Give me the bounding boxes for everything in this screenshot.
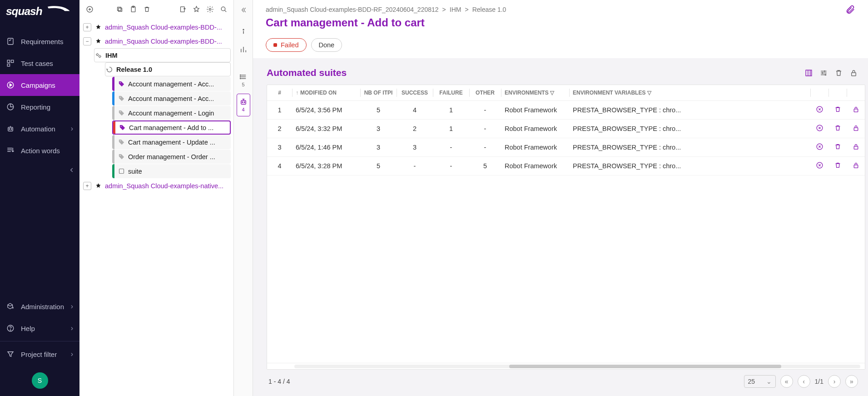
- col-other[interactable]: OTHER: [469, 85, 501, 101]
- grid-footer: 1 - 4 / 4 25 ⌄ « ‹ 1/1 › »: [267, 370, 868, 390]
- attachment-icon[interactable]: [845, 5, 855, 15]
- breadcrumb-part[interactable]: admin_Squash Cloud-examples-BDD-RF_20240…: [266, 6, 439, 13]
- tree-iteration-item[interactable]: Cart management - Add to ...: [112, 120, 231, 135]
- tree-iteration-item[interactable]: Account management - Acc...: [112, 77, 231, 91]
- administration-icon: [6, 302, 15, 311]
- status-pill-done[interactable]: Done: [311, 38, 342, 52]
- nav-reporting[interactable]: Reporting: [0, 96, 79, 118]
- nav-action-words[interactable]: Action words: [0, 140, 79, 161]
- cell-success: 4: [397, 101, 433, 120]
- tree-iteration-item[interactable]: Account management - Login: [112, 106, 231, 120]
- nav-label: Action words: [21, 147, 60, 155]
- status-stripe: [112, 164, 114, 178]
- export-icon[interactable]: [177, 4, 188, 15]
- delete-icon[interactable]: [834, 69, 843, 77]
- nav-administration[interactable]: Administration ›: [0, 296, 79, 317]
- row-cancel-icon[interactable]: [816, 143, 823, 150]
- tag-icon: [117, 153, 125, 161]
- settings-sliders-icon[interactable]: [819, 69, 828, 77]
- col-failure[interactable]: FAILURE: [433, 85, 469, 101]
- tree-project[interactable]: + admin_Squash Cloud-examples-native...: [80, 179, 231, 193]
- col-environments[interactable]: ENVIRONMENTS ▽: [501, 85, 569, 101]
- pager-prev[interactable]: ‹: [798, 375, 810, 388]
- tree-project[interactable]: + admin_Squash Cloud-examples-BDD-...: [80, 20, 231, 34]
- col-itpi[interactable]: NB OF ITPI: [360, 85, 397, 101]
- svg-point-26: [119, 140, 120, 141]
- action-words-icon: [6, 146, 15, 155]
- tree-iteration-item[interactable]: suite: [112, 164, 231, 178]
- table-row[interactable]: 16/5/24, 3:56 PM541-Robot FrameworkPREST…: [267, 101, 865, 120]
- tree-label: Account management - Login: [128, 110, 214, 117]
- pager-next[interactable]: ›: [828, 375, 841, 388]
- nav-help[interactable]: Help ›: [0, 317, 79, 339]
- svg-rect-44: [854, 128, 858, 130]
- table-row[interactable]: 26/5/24, 3:32 PM321-Robot FrameworkPREST…: [267, 120, 865, 138]
- row-cancel-icon[interactable]: [816, 161, 823, 169]
- col-success[interactable]: SUCCESS: [397, 85, 433, 101]
- table-row[interactable]: 46/5/24, 3:28 PM5--5Robot FrameworkPREST…: [267, 157, 865, 175]
- table-row[interactable]: 36/5/24, 1:46 PM33--Robot FrameworkPREST…: [267, 138, 865, 157]
- columns-icon[interactable]: [804, 69, 813, 77]
- lock-icon[interactable]: [849, 69, 858, 77]
- rail-executions[interactable]: 5: [237, 69, 250, 91]
- nav-project-filter[interactable]: Project filter ›: [0, 343, 79, 365]
- pager-first[interactable]: «: [780, 375, 793, 388]
- pager-last[interactable]: »: [845, 375, 858, 388]
- cell-vars: PRESTA_BROWSER_TYPE : chro...: [569, 138, 810, 157]
- row-cancel-icon[interactable]: [816, 105, 823, 113]
- row-delete-icon[interactable]: [834, 105, 842, 113]
- copy-icon[interactable]: [114, 4, 125, 15]
- row-cancel-icon[interactable]: [816, 124, 823, 132]
- expand-toggle[interactable]: +: [83, 23, 91, 31]
- cell-num: 1: [267, 101, 292, 120]
- expand-toggle[interactable]: +: [83, 182, 91, 190]
- row-lock-icon[interactable]: [852, 105, 860, 113]
- pill-label: Failed: [281, 41, 299, 49]
- nav-collapse[interactable]: [0, 161, 79, 179]
- nav-requirements[interactable]: Requirements: [0, 30, 79, 52]
- nav-test-cases[interactable]: Test cases: [0, 52, 79, 74]
- row-lock-icon[interactable]: [852, 143, 860, 150]
- collapse-detail-icon[interactable]: [240, 6, 247, 14]
- breadcrumb-part[interactable]: IHM: [450, 6, 461, 13]
- paste-icon[interactable]: [128, 4, 139, 15]
- rail-stats[interactable]: [237, 42, 250, 57]
- automation-icon: [6, 125, 15, 133]
- cell-other: -: [469, 138, 501, 157]
- delete-icon[interactable]: [141, 4, 152, 15]
- row-lock-icon[interactable]: [852, 161, 860, 169]
- breadcrumb-part[interactable]: Release 1.0: [472, 6, 506, 13]
- rail-automated-suites[interactable]: 4: [237, 94, 250, 116]
- expand-toggle[interactable]: −: [83, 37, 91, 45]
- horizontal-scrollbar[interactable]: [267, 363, 865, 369]
- add-icon[interactable]: [84, 4, 95, 15]
- page-size-select[interactable]: 25 ⌄: [744, 375, 776, 388]
- tree-project[interactable]: − admin_Squash Cloud-examples-BDD-...: [80, 34, 231, 48]
- cell-modified: 6/5/24, 3:28 PM: [292, 157, 360, 175]
- nav-automation[interactable]: Automation ›: [0, 118, 79, 140]
- nav-label: Help: [21, 325, 35, 332]
- svg-point-35: [244, 102, 245, 103]
- settings-icon[interactable]: [204, 4, 215, 15]
- tree-release[interactable]: − Release 1.0: [105, 62, 231, 76]
- row-delete-icon[interactable]: [834, 124, 842, 132]
- tree-iteration-item[interactable]: Account management - Acc...: [112, 91, 231, 105]
- col-num[interactable]: #: [267, 85, 292, 101]
- row-delete-icon[interactable]: [834, 161, 842, 169]
- col-env-vars[interactable]: ENVIRONMENT VARIABLES ▽: [569, 85, 810, 101]
- row-lock-icon[interactable]: [852, 124, 860, 132]
- status-pill-failed[interactable]: Failed: [266, 38, 307, 52]
- tree-folder-ihm[interactable]: − IHM: [94, 48, 231, 62]
- rail-info[interactable]: [237, 24, 250, 39]
- campaigns-icon: [6, 81, 15, 89]
- nav-campaigns[interactable]: Campaigns: [0, 74, 79, 96]
- col-modified[interactable]: ↑MODIFIED ON: [292, 85, 360, 101]
- svg-rect-3: [11, 60, 14, 62]
- status-stripe: [113, 121, 115, 134]
- search-icon[interactable]: [218, 4, 229, 15]
- user-avatar[interactable]: S: [32, 372, 48, 389]
- favorite-icon[interactable]: [191, 4, 202, 15]
- tree-iteration-item[interactable]: Cart management - Update ...: [112, 135, 231, 149]
- row-delete-icon[interactable]: [834, 143, 842, 150]
- tree-iteration-item[interactable]: Order management - Order ...: [112, 150, 231, 164]
